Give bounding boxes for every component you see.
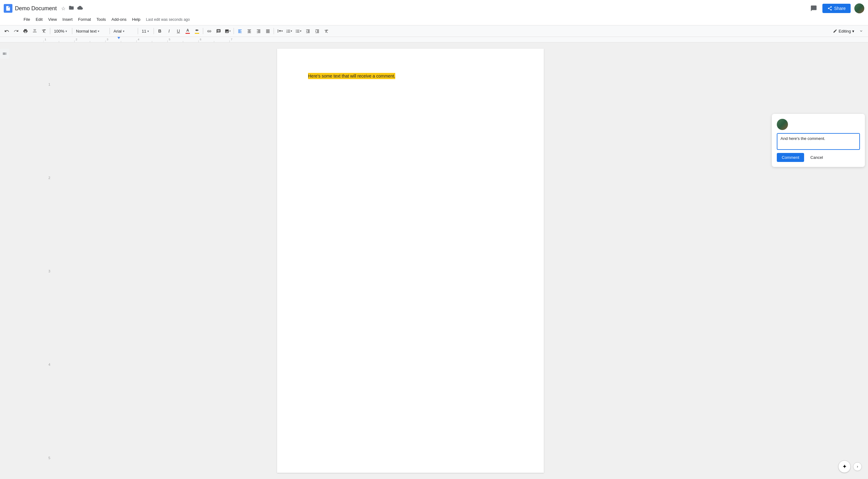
commenter-avatar [777, 119, 788, 130]
undo-button[interactable] [2, 27, 11, 35]
increase-indent-button[interactable] [313, 27, 321, 35]
svg-text:5: 5 [169, 38, 170, 41]
svg-text:4: 4 [138, 38, 139, 41]
menu-bar: File Edit View Insert Format Tools Add-o… [0, 15, 868, 25]
page-num-1: 1 [49, 83, 50, 86]
left-sidebar [0, 42, 9, 479]
title-icons: ☆ [61, 4, 84, 12]
svg-text:7: 7 [231, 38, 232, 41]
align-right-button[interactable] [254, 27, 263, 35]
clear-format-button[interactable] [40, 27, 49, 35]
underline-button[interactable]: U [174, 27, 183, 35]
share-button[interactable]: Share [823, 4, 850, 13]
page-num-4: 4 [49, 363, 50, 366]
align-center-button[interactable] [245, 27, 253, 35]
align-left-button[interactable] [236, 27, 244, 35]
star-icon[interactable]: ☆ [61, 5, 66, 12]
menu-format[interactable]: Format [76, 16, 93, 23]
collapse-toolbar-button[interactable] [857, 27, 866, 35]
editing-arrow-icon: ▾ [852, 29, 854, 33]
bottom-right-controls: ✦ › [838, 460, 862, 473]
font-size-dropdown[interactable]: 11 ▾ [140, 27, 152, 35]
text-color-button[interactable]: A [183, 27, 192, 35]
title-right: Share [809, 3, 864, 13]
menu-help[interactable]: Help [130, 16, 143, 23]
size-arrow-icon: ▾ [147, 29, 149, 33]
spacing-arrow-icon: ▾ [281, 29, 283, 33]
menu-file[interactable]: File [21, 16, 33, 23]
image-button[interactable]: ▾ [223, 27, 232, 35]
cloud-icon[interactable] [76, 4, 84, 12]
separator-5 [154, 28, 154, 34]
comment-icon-btn[interactable] [809, 3, 819, 13]
app-icon[interactable] [4, 4, 12, 13]
redo-button[interactable] [12, 27, 21, 35]
italic-button[interactable]: I [165, 27, 174, 35]
main-area: 1 2 3 4 5 Here's some text that will rec… [0, 42, 868, 479]
svg-text:2: 2 [76, 38, 77, 41]
page-num-2: 2 [49, 176, 50, 180]
svg-text:1: 1 [45, 38, 46, 41]
comment-add-button[interactable] [214, 27, 223, 35]
comment-input-wrapper [777, 133, 860, 150]
outline-icon[interactable] [0, 49, 9, 59]
comment-input[interactable] [777, 134, 859, 148]
page-num-5: 5 [49, 456, 50, 460]
olist-arrow-icon: ▾ [291, 29, 292, 33]
document-page[interactable]: Here's some text that will receive a com… [277, 49, 544, 473]
font-arrow-icon: ▾ [123, 29, 124, 33]
editing-mode-selector[interactable]: Editing ▾ [831, 29, 856, 33]
zoom-dropdown[interactable]: 100% ▾ [52, 27, 70, 35]
highlighted-text: Here's some text that will receive a com… [308, 73, 395, 79]
collapse-right-btn[interactable]: › [853, 462, 862, 471]
folder-icon[interactable] [68, 4, 75, 12]
menu-tools[interactable]: Tools [94, 16, 108, 23]
print-button[interactable] [21, 27, 30, 35]
assistant-fab[interactable]: ✦ [838, 460, 850, 473]
separator-8 [274, 28, 274, 34]
last-edit-text: Last edit was seconds ago [146, 18, 190, 22]
user-avatar[interactable] [854, 3, 864, 13]
separator-4 [138, 28, 138, 34]
image-arrow-icon: ▾ [229, 29, 231, 33]
separator-6 [203, 28, 203, 34]
ulist-arrow-icon: ▾ [300, 29, 302, 33]
decrease-indent-button[interactable] [303, 27, 312, 35]
svg-text:6: 6 [200, 38, 202, 41]
comment-actions: Comment Cancel [777, 153, 860, 162]
separator-3 [110, 28, 110, 34]
align-justify-button[interactable] [264, 27, 272, 35]
style-dropdown[interactable]: Normal text ▾ [74, 27, 108, 35]
link-button[interactable] [205, 27, 213, 35]
zoom-arrow-icon: ▾ [65, 29, 67, 33]
font-dropdown[interactable]: Arial ▾ [112, 27, 136, 35]
document-text: Here's some text that will receive a com… [308, 73, 513, 79]
ruler-content: 1 2 3 4 5 6 7 [43, 37, 868, 42]
menu-edit[interactable]: Edit [33, 16, 45, 23]
style-arrow-icon: ▾ [98, 29, 99, 33]
doc-title: Demo Document [15, 5, 57, 12]
comment-submit-button[interactable]: Comment [777, 153, 804, 162]
unordered-list-button[interactable]: ▾ [294, 27, 303, 35]
ordered-list-button[interactable]: ▾ [285, 27, 293, 35]
line-spacing-button[interactable]: ▾ [276, 27, 284, 35]
comment-cancel-button[interactable]: Cancel [807, 153, 827, 162]
svg-text:3: 3 [107, 38, 108, 41]
menu-addons[interactable]: Add-ons [109, 16, 129, 23]
ruler: 1 2 3 4 5 6 7 [0, 37, 868, 42]
svg-marker-20 [117, 37, 120, 39]
menu-view[interactable]: View [45, 16, 59, 23]
right-panel: Comment Cancel [769, 42, 868, 479]
share-label: Share [834, 6, 846, 11]
comment-box: Comment Cancel [772, 114, 865, 167]
page-area: Here's some text that will receive a com… [52, 42, 769, 479]
separator-2 [72, 28, 72, 34]
bold-button[interactable]: B [155, 27, 164, 35]
separator-7 [234, 28, 234, 34]
toolbar: 100% ▾ Normal text ▾ Arial ▾ 11 ▾ B I U … [0, 25, 868, 37]
highlight-button[interactable]: ✏ [193, 27, 202, 35]
page-num-3: 3 [49, 270, 50, 273]
clear-formatting-button[interactable] [322, 27, 331, 35]
paintformat-button[interactable] [30, 27, 39, 35]
menu-insert[interactable]: Insert [60, 16, 75, 23]
